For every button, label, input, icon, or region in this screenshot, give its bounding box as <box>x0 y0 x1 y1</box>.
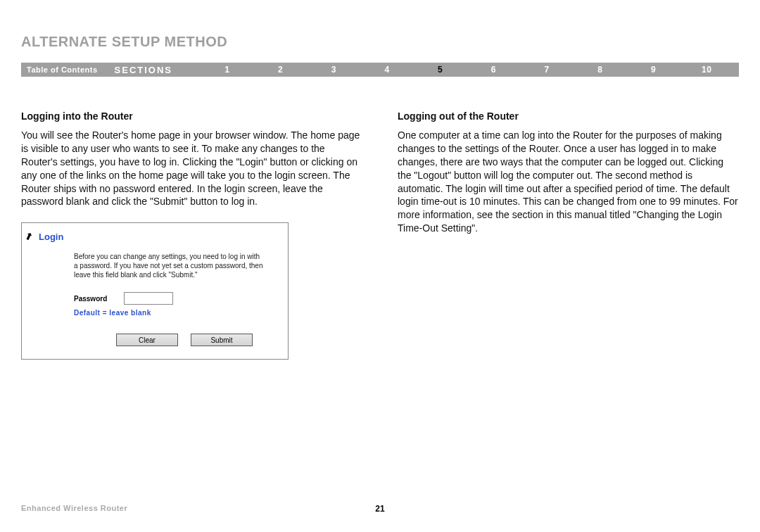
nav-section-7[interactable]: 7 <box>520 65 574 75</box>
right-body: One computer at a time can log into the … <box>398 129 739 235</box>
left-heading: Logging into the Router <box>21 110 362 122</box>
nav-section-numbers: 1 2 3 4 5 6 7 8 9 10 <box>201 65 733 75</box>
footer-product: Enhanced Wireless Router <box>21 504 127 512</box>
clear-button[interactable]: Clear <box>116 334 178 346</box>
nav-section-4[interactable]: 4 <box>360 65 414 75</box>
left-body: You will see the Router's home page in y… <box>21 129 362 208</box>
nav-section-10[interactable]: 10 <box>680 65 733 75</box>
nav-section-5[interactable]: 5 <box>414 65 467 75</box>
nav-section-2[interactable]: 2 <box>254 65 308 75</box>
login-card: ⬈ Login Before you can change any settin… <box>21 222 289 360</box>
login-title: Login <box>39 232 278 242</box>
cursor-icon: ⬈ <box>23 229 35 243</box>
password-input[interactable] <box>124 292 173 305</box>
login-hint: Default = leave blank <box>74 309 278 317</box>
nav-section-6[interactable]: 6 <box>467 65 521 75</box>
submit-button[interactable]: Submit <box>191 334 253 346</box>
left-column: Logging into the Router You will see the… <box>21 110 362 360</box>
nav-section-9[interactable]: 9 <box>627 65 680 75</box>
nav-section-3[interactable]: 3 <box>307 65 360 75</box>
nav-section-8[interactable]: 8 <box>574 65 627 75</box>
nav-toc[interactable]: Table of Contents <box>27 65 98 74</box>
right-heading: Logging out of the Router <box>398 110 739 122</box>
right-column: Logging out of the Router One computer a… <box>398 110 739 360</box>
footer-page-number: 21 <box>375 504 384 514</box>
sections-nav: Table of Contents SECTIONS 1 2 3 4 5 6 7… <box>21 63 739 77</box>
page-title: ALTERNATE SETUP METHOD <box>21 34 739 50</box>
login-desc: Before you can change any settings, you … <box>74 252 264 279</box>
password-label: Password <box>74 295 107 303</box>
nav-section-1[interactable]: 1 <box>201 65 254 75</box>
nav-sections-label: SECTIONS <box>115 65 172 75</box>
